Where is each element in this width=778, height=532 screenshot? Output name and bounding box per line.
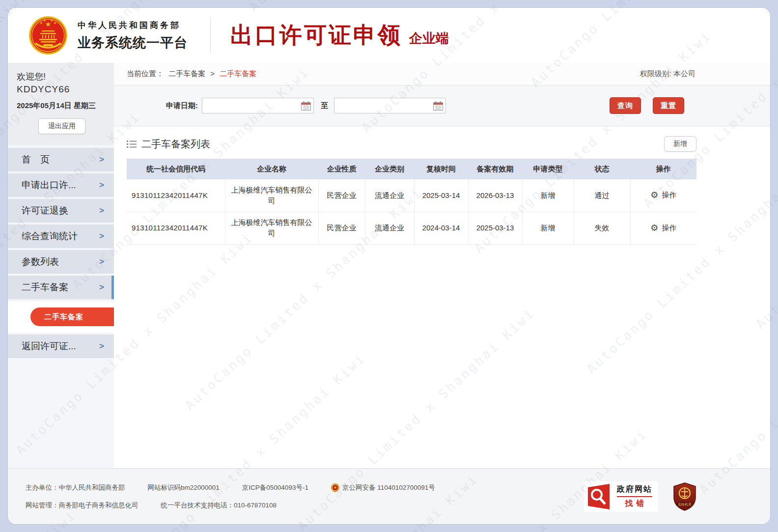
chevron-right-icon: > [99, 206, 104, 216]
footer-admin: 网站管理：商务部电子商务和信息化司 [26, 501, 139, 510]
apply-date-label: 申请日期: [166, 101, 198, 111]
cell-review-date: 2024-03-14 [414, 212, 468, 244]
submenu-item-used-car-filing-active[interactable]: 二手车备案 [30, 308, 114, 326]
chevron-right-icon: > [99, 155, 104, 165]
sidebar-item-parameter-list[interactable]: 参数列表 > [8, 250, 114, 274]
app-subtitle: 企业端 [409, 29, 449, 47]
col-status: 状态 [574, 159, 630, 179]
col-action: 操作 [630, 159, 696, 179]
sidebar-item-home[interactable]: 首 页 > [8, 148, 114, 171]
cell-apply-type: 新增 [522, 179, 574, 212]
date-from-field[interactable] [202, 98, 314, 113]
cell-company: 上海极维汽车销售有限公司 [225, 179, 318, 212]
calendar-icon[interactable] [433, 101, 443, 111]
cell-valid-until: 2026-03-13 [468, 179, 522, 212]
gear-icon: ⚙ [650, 224, 658, 232]
chevron-right-icon: > [99, 257, 104, 267]
svg-text:党政机关: 党政机关 [678, 502, 692, 506]
row-action-button[interactable]: ⚙ 操作 [650, 223, 676, 233]
cell-status: 失效 [574, 212, 630, 244]
gov-logo-line2: 找错 [617, 499, 652, 509]
svg-text:★: ★ [43, 19, 46, 22]
breadcrumb-parent[interactable]: 二手车备案 [168, 69, 205, 78]
search-form: 申请日期: 至 [166, 98, 446, 113]
cell-status: 通过 [574, 179, 630, 212]
action-label: 操作 [662, 223, 676, 233]
permission-level: 权限级别: 本公司 [640, 69, 695, 79]
add-button[interactable]: 新增 [664, 136, 696, 152]
cell-category: 流通企业 [365, 212, 414, 244]
police-badge-icon: ★ [331, 483, 339, 492]
header: ★ ★ ★ ★ ★ 中 [8, 8, 770, 63]
gov-site-error-report-link[interactable]: 政府网站 找错 [584, 481, 658, 512]
query-button[interactable]: 查询 [610, 97, 641, 114]
gov-logo-line1: 政府网站 [617, 484, 652, 495]
footer-line-2: 网站管理：商务部电子商务和信息化司 统一平台技术支持电话：010-6787010… [26, 501, 435, 510]
date-from-input[interactable] [202, 98, 313, 113]
footer-police-link[interactable]: ★ 京公网安备 11040102700091号 [331, 483, 435, 492]
weekday-text: 星期三 [74, 101, 96, 110]
row-action-button[interactable]: ⚙ 操作 [650, 190, 676, 200]
current-date: 2025年05月14日 星期三 [17, 101, 107, 111]
date-to-input[interactable] [334, 98, 445, 113]
search-buttons: 查询 重置 [610, 97, 684, 114]
cell-category: 流通企业 [365, 179, 414, 212]
gov-find-error-icon [587, 484, 612, 509]
table-row: 91310112342011447K 上海极维汽车销售有限公司 民营企业 流通企… [127, 212, 696, 244]
gear-icon: ⚙ [650, 191, 658, 199]
page-title: 出口许可证申领 企业端 [230, 20, 449, 51]
table-header-row: 统一社会信用代码 企业名称 企业性质 企业类别 复核时间 备案有效期 申请类型 … [127, 159, 696, 179]
menu-label: 综合查询统计 [22, 230, 78, 243]
app-window: ★ ★ ★ ★ ★ 中 [7, 7, 771, 525]
sidebar-item-license-return[interactable]: 许可证退换 > [8, 199, 114, 223]
logout-button[interactable]: 退出应用 [38, 118, 85, 134]
cell-nature: 民营企业 [318, 179, 365, 212]
calendar-icon[interactable] [301, 101, 311, 111]
list-title-text: 二手车备案列表 [141, 138, 210, 151]
search-panel: 申请日期: 至 [114, 85, 770, 126]
col-credit-code: 统一社会信用代码 [127, 159, 225, 179]
list-icon [127, 140, 137, 148]
col-valid-until: 备案有效期 [468, 159, 522, 179]
date-to-field[interactable] [334, 98, 446, 113]
page: ★ ★ ★ ★ ★ 中 [0, 0, 778, 532]
submenu-panel: 二手车备案 [8, 301, 114, 333]
breadcrumb-current[interactable]: 二手车备案 [220, 69, 256, 78]
filing-table: 统一社会信用代码 企业名称 企业性质 企业类别 复核时间 备案有效期 申请类型 … [127, 159, 696, 245]
chevron-right-icon: > [99, 231, 104, 241]
svg-text:★: ★ [54, 21, 56, 25]
footer-site-code: 网站标识码bm22000001 [148, 483, 220, 492]
breadcrumb-bar: 当前位置： 二手车备案 > 二手车备案 权限级别: 本公司 [114, 63, 770, 85]
cell-credit-code: 91310112342011447K [127, 179, 225, 212]
date-text: 2025年05月14日 [17, 101, 72, 110]
sidebar-item-back-to-license[interactable]: 返回许可证... > [8, 335, 114, 358]
menu-label: 返回许可证... [22, 340, 76, 353]
sidebar-item-used-car-filing[interactable]: 二手车备案 > [8, 276, 114, 299]
cell-company: 上海极维汽车销售有限公司 [225, 212, 318, 244]
footer-host: 主办单位：中华人民共和国商务部 [26, 483, 125, 492]
menu-label: 许可证退换 [22, 204, 68, 217]
col-company: 企业名称 [225, 159, 318, 179]
footer-police-text: 京公网安备 11040102700091号 [342, 483, 435, 492]
reset-button[interactable]: 重置 [653, 97, 684, 114]
cell-valid-until: 2025-03-13 [468, 212, 522, 244]
chevron-right-icon: > [99, 180, 104, 190]
username: KDDYCY66 [17, 84, 107, 95]
col-review-date: 复核时间 [414, 159, 468, 179]
cell-review-date: 2025-03-14 [414, 179, 468, 212]
brand: ★ ★ ★ ★ ★ 中 [28, 16, 188, 55]
platform-name: 业务系统统一平台 [78, 34, 188, 52]
sidebar-item-query-statistics[interactable]: 综合查询统计 > [8, 224, 114, 248]
menu-label: 二手车备案 [22, 281, 68, 294]
gov-agency-badge[interactable]: 党政机关 [673, 482, 696, 511]
footer-badges: 政府网站 找错 党政机关 [584, 481, 696, 512]
cell-credit-code: 91310112342011447K [127, 212, 225, 244]
app-title: 出口许可证申领 [230, 20, 402, 51]
breadcrumb-separator: > [210, 69, 215, 78]
list-section: 二手车备案列表 新增 统一社会信用代码 企 [114, 126, 696, 245]
sidebar-item-apply-export-license[interactable]: 申请出口许... > [8, 173, 114, 197]
cell-nature: 民营企业 [318, 212, 365, 244]
welcome-panel: 欢迎您! KDDYCY66 2025年05月14日 星期三 退出应用 [8, 63, 114, 145]
gov-logo-divider [617, 496, 652, 497]
svg-text:★: ★ [333, 485, 337, 490]
